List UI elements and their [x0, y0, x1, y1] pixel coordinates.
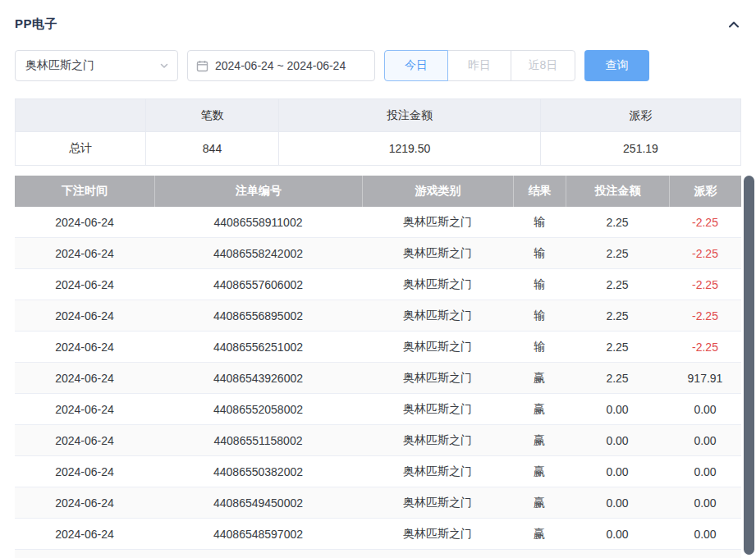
- cell-time: 2024-06-24: [15, 269, 154, 300]
- cell-payout: 917.91: [669, 363, 741, 393]
- table-row: 2024-06-2444086557606002奥林匹斯之门输2.25-2.25: [15, 269, 741, 300]
- header-bet-amount: 投注金额: [566, 176, 669, 207]
- table-row: 2024-06-2444086550382002奥林匹斯之门赢0.000.00: [15, 456, 741, 487]
- cell-game: 奥林匹斯之门: [362, 207, 513, 237]
- game-select[interactable]: 奥林匹斯之门: [15, 50, 178, 81]
- date-range-value: 2024-06-24 ~ 2024-06-24: [215, 59, 346, 72]
- cell-result: 输: [513, 269, 566, 300]
- cell-time: 2024-06-24: [15, 300, 154, 331]
- cell-result: 赢: [513, 456, 566, 487]
- cell-result: 输: [513, 238, 566, 268]
- table-row: 2024-06-2444086549450002奥林匹斯之门赢0.000.00: [15, 487, 741, 519]
- cell-bet: 0.00: [566, 519, 669, 549]
- summary-table: 笔数 投注金额 派彩 总计 844 1219.50 251.19: [15, 98, 741, 166]
- cell-order-no: 44086556895002: [154, 300, 362, 331]
- cell-payout: 0.00: [669, 487, 741, 518]
- header-payout: 派彩: [669, 176, 741, 207]
- scrollbar-thumb[interactable]: [744, 176, 754, 555]
- cell-payout: -2.25: [669, 300, 741, 331]
- cell-order-no: 44086549450002: [154, 487, 362, 518]
- summary-header-payout: 派彩: [540, 99, 740, 131]
- cell-bet: 2.25: [566, 207, 669, 237]
- cell-time: 2024-06-24: [15, 425, 154, 455]
- panel-header: PP电子: [0, 0, 756, 32]
- cell-time: 2024-06-24: [15, 487, 154, 518]
- table-row: 2024-06-2444086551158002奥林匹斯之门赢0.000.00: [15, 425, 741, 456]
- table-row: 2024-06-2444086556251002奥林匹斯之门输2.25-2.25: [15, 332, 741, 363]
- summary-header-empty: [16, 99, 145, 131]
- summary-payout-value: 251.19: [540, 132, 740, 165]
- summary-bet-amount-value: 1219.50: [278, 132, 540, 165]
- cell-order-no: 44086557606002: [154, 269, 362, 300]
- cell-game: 奥林匹斯之门: [362, 363, 513, 393]
- table-row-partial: [15, 550, 741, 558]
- cell-order-no: 44086551158002: [154, 425, 362, 455]
- cell-order-no: 44086558242002: [154, 238, 362, 268]
- cell-game: 奥林匹斯之门: [362, 519, 513, 549]
- cell-order-no: 44086550382002: [154, 456, 362, 487]
- table-row: 2024-06-2444086558911002奥林匹斯之门输2.25-2.25: [15, 207, 741, 238]
- bet-table: 下注时间 注单编号 游戏类别 结果 投注金额 派彩 2024-06-244408…: [15, 176, 741, 558]
- header-order-no: 注单编号: [154, 176, 362, 207]
- cell-result: 输: [513, 332, 566, 362]
- table-row: 2024-06-2444086548597002奥林匹斯之门赢0.000.00: [15, 519, 741, 550]
- bet-table-body: 2024-06-2444086558911002奥林匹斯之门输2.25-2.25…: [15, 207, 741, 550]
- summary-header-count: 笔数: [145, 99, 278, 131]
- chevron-down-icon: [159, 61, 169, 71]
- quick-button-last8days[interactable]: 近8日: [511, 50, 575, 81]
- summary-total-label: 总计: [16, 132, 145, 165]
- cell-payout: -2.25: [669, 332, 741, 362]
- cell-result: 赢: [513, 425, 566, 455]
- cell-time: 2024-06-24: [15, 394, 154, 424]
- report-panel: PP电子 奥林匹斯之门 2: [0, 0, 756, 558]
- cell-game: 奥林匹斯之门: [362, 300, 513, 331]
- cell-payout: -2.25: [669, 269, 741, 300]
- cell-result: 赢: [513, 519, 566, 549]
- date-range-input[interactable]: 2024-06-24 ~ 2024-06-24: [187, 50, 375, 81]
- cell-game: 奥林匹斯之门: [362, 487, 513, 518]
- cell-payout: 0.00: [669, 519, 741, 549]
- bet-table-header: 下注时间 注单编号 游戏类别 结果 投注金额 派彩: [15, 176, 741, 207]
- cell-game: 奥林匹斯之门: [362, 269, 513, 300]
- cell-result: 输: [513, 300, 566, 331]
- cell-result: 赢: [513, 363, 566, 393]
- cell-time: 2024-06-24: [15, 332, 154, 362]
- cell-game: 奥林匹斯之门: [362, 238, 513, 268]
- cell-payout: 0.00: [669, 425, 741, 455]
- cell-bet: 2.25: [566, 332, 669, 362]
- table-scrollbar[interactable]: [742, 174, 756, 558]
- cell-result: 输: [513, 207, 566, 237]
- quick-button-today[interactable]: 今日: [384, 50, 448, 81]
- cell-bet: 2.25: [566, 269, 669, 300]
- cell-time: 2024-06-24: [15, 519, 154, 549]
- cell-bet: 0.00: [566, 487, 669, 518]
- cell-payout: 0.00: [669, 456, 741, 487]
- cell-bet: 2.25: [566, 238, 669, 268]
- header-bet-time: 下注时间: [15, 176, 154, 207]
- table-row: 2024-06-2444086552058002奥林匹斯之门赢0.000.00: [15, 394, 741, 425]
- table-row: 2024-06-2444086556895002奥林匹斯之门输2.25-2.25: [15, 300, 741, 332]
- table-row: 2024-06-2444086558242002奥林匹斯之门输2.25-2.25: [15, 238, 741, 269]
- cell-game: 奥林匹斯之门: [362, 456, 513, 487]
- cell-bet: 2.25: [566, 300, 669, 331]
- chevron-up-icon: [727, 18, 740, 31]
- cell-time: 2024-06-24: [15, 456, 154, 487]
- search-button[interactable]: 查询: [584, 50, 649, 81]
- cell-payout: -2.25: [669, 238, 741, 268]
- cell-bet: 0.00: [566, 394, 669, 424]
- cell-time: 2024-06-24: [15, 207, 154, 237]
- cell-order-no: 44086543926002: [154, 363, 362, 393]
- cell-game: 奥林匹斯之门: [362, 425, 513, 455]
- cell-time: 2024-06-24: [15, 238, 154, 268]
- cell-game: 奥林匹斯之门: [362, 332, 513, 362]
- cell-payout: 0.00: [669, 394, 741, 424]
- cell-bet: 0.00: [566, 425, 669, 455]
- header-game-category: 游戏类别: [362, 176, 513, 207]
- header-result: 结果: [513, 176, 566, 207]
- quick-button-yesterday[interactable]: 昨日: [447, 50, 511, 81]
- cell-time: 2024-06-24: [15, 363, 154, 393]
- calendar-icon: [196, 60, 208, 72]
- collapse-button[interactable]: [725, 16, 743, 34]
- cell-order-no: 44086556251002: [154, 332, 362, 362]
- cell-result: 赢: [513, 487, 566, 518]
